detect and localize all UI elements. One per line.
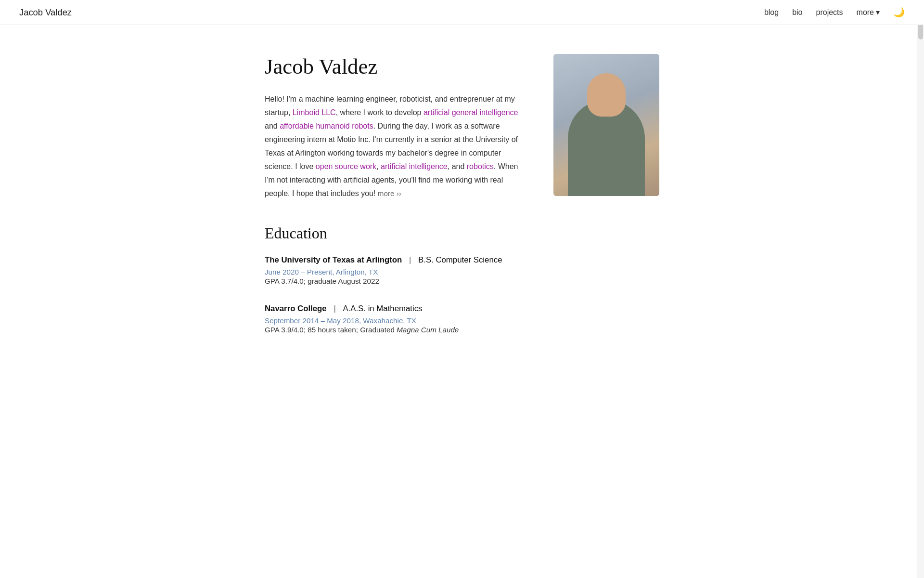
nav-more-dropdown[interactable]: more ▾: [857, 8, 880, 17]
dark-mode-toggle[interactable]: 🌙: [893, 7, 905, 18]
main-nav: blog bio projects more ▾ 🌙: [764, 7, 905, 18]
ai-link[interactable]: artificial intelligence: [381, 162, 448, 171]
site-header: Jacob Valdez blog bio projects more ▾ 🌙: [0, 0, 924, 25]
nav-bio[interactable]: bio: [792, 8, 802, 17]
bio-text-5: ,: [376, 162, 381, 171]
page-title: Jacob Valdez: [265, 54, 525, 79]
education-section: Education The University of Texas at Arl…: [265, 224, 659, 334]
education-entry-navarro: Navarro College | A.A.S. in Mathematics …: [265, 302, 659, 334]
education-title: Education: [265, 224, 659, 242]
agi-link[interactable]: artificial general intelligence: [424, 108, 518, 117]
hero-text: Jacob Valdez Hello! I'm a machine learni…: [265, 54, 525, 200]
edu-header-navarro: Navarro College | A.A.S. in Mathematics: [265, 302, 659, 315]
bio-paragraph: Hello! I'm a machine learning engineer, …: [265, 92, 525, 200]
edu-school-uta: The University of Texas at Arlington: [265, 255, 402, 264]
limboid-link[interactable]: Limboid LLC: [293, 108, 336, 117]
edu-degree-uta: B.S. Computer Science: [418, 255, 502, 264]
nav-blog[interactable]: blog: [764, 8, 779, 17]
edu-school-navarro: Navarro College: [265, 304, 327, 313]
edu-separator-uta: |: [409, 255, 413, 264]
edu-gpa-navarro: GPA 3.9/4.0; 85 hours taken; Graduated M…: [265, 326, 659, 334]
edu-gpa-uta: GPA 3.7/4.0; graduate August 2022: [265, 277, 659, 285]
oss-link[interactable]: open source work: [316, 162, 376, 171]
nav-projects[interactable]: projects: [816, 8, 843, 17]
site-title[interactable]: Jacob Valdez: [19, 7, 72, 18]
scrollbar[interactable]: [917, 0, 924, 578]
robotics-link[interactable]: robotics: [467, 162, 494, 171]
bio-text-2: , where I work to develop: [336, 108, 424, 117]
gpa-prefix-navarro: GPA 3.9/4.0; 85 hours taken; Graduated: [265, 326, 397, 334]
edu-dates-uta: June 2020 – Present, Arlington, TX: [265, 268, 659, 276]
edu-dates-navarro: September 2014 – May 2018, Waxahachie, T…: [265, 316, 659, 325]
profile-photo: [553, 54, 659, 196]
education-entry-uta: The University of Texas at Arlington | B…: [265, 254, 659, 285]
edu-header-uta: The University of Texas at Arlington | B…: [265, 254, 659, 266]
robots-link[interactable]: affordable humanoid robots: [280, 122, 373, 130]
main-content: Jacob Valdez Hello! I'm a machine learni…: [245, 25, 679, 390]
hero-section: Jacob Valdez Hello! I'm a machine learni…: [265, 54, 659, 200]
bio-text-6: , and: [448, 162, 467, 171]
gpa-italic-navarro: Magna Cum Laude: [397, 326, 459, 334]
chevron-down-icon: ▾: [876, 8, 880, 17]
more-link[interactable]: more ››: [378, 189, 401, 197]
edu-degree-navarro: A.A.S. in Mathematics: [343, 304, 422, 313]
edu-separator-navarro: |: [334, 304, 338, 313]
nav-more-label: more: [857, 8, 874, 17]
bio-text-3: and: [265, 122, 280, 130]
